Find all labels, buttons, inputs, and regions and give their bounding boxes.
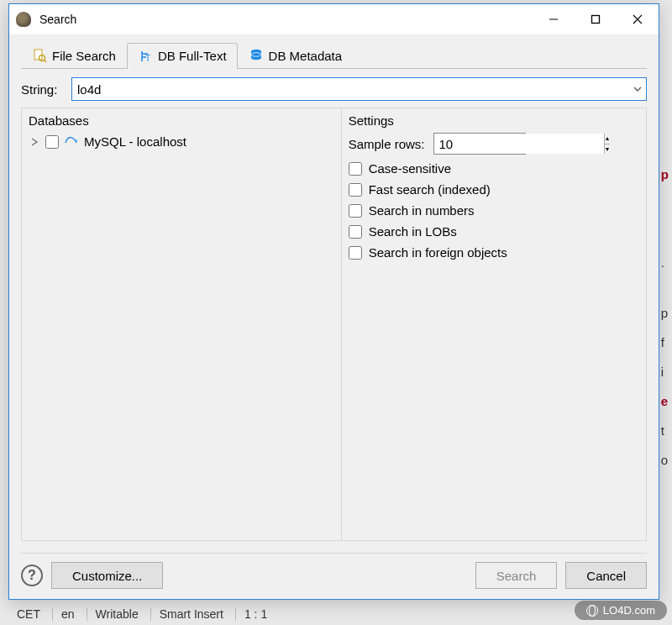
databases-title: Databases	[29, 113, 334, 128]
globe-icon	[586, 605, 598, 617]
sample-rows-spinner[interactable]: ▲ ▼	[433, 133, 526, 155]
mysql-icon	[64, 134, 79, 149]
fast-search-checkbox[interactable]	[349, 183, 362, 197]
close-icon	[633, 14, 643, 24]
tree-item-mysql[interactable]: MySQL - localhost	[29, 133, 334, 150]
help-icon: ?	[28, 568, 36, 583]
search-numbers-row[interactable]: Search in numbers	[349, 203, 639, 218]
minimize-icon	[549, 14, 559, 24]
expand-toggle[interactable]	[30, 134, 42, 149]
checkbox-label: Case-sensitive	[369, 161, 451, 176]
minimize-button[interactable]	[533, 4, 575, 34]
checkbox-label: Search in numbers	[369, 203, 475, 218]
divider	[21, 553, 647, 554]
databases-group: Databases MySQL - localhost	[21, 108, 342, 541]
settings-title: Settings	[349, 113, 639, 128]
string-combobox[interactable]	[71, 77, 647, 101]
watermark-text: LO4D.com	[603, 604, 655, 617]
tab-db-fulltext[interactable]: T DB Full-Text	[127, 43, 238, 69]
chevron-right-icon	[30, 138, 39, 146]
help-button[interactable]: ?	[21, 565, 43, 586]
tab-label: DB Metadata	[269, 49, 343, 63]
maximize-icon	[591, 14, 601, 24]
tab-file-search[interactable]: File Search	[21, 43, 127, 68]
tabs: File Search T DB Full-Text DB Metadata	[21, 43, 647, 69]
case-sensitive-row[interactable]: Case-sensitive	[349, 161, 639, 176]
maximize-button[interactable]	[575, 4, 617, 34]
fast-search-row[interactable]: Fast search (indexed)	[349, 182, 639, 197]
checkbox-label: Fast search (indexed)	[369, 182, 491, 197]
window-title: Search	[39, 13, 76, 26]
file-search-icon	[32, 48, 47, 63]
tab-db-metadata[interactable]: DB Metadata	[238, 43, 354, 68]
sample-rows-label: Sample rows:	[349, 137, 425, 151]
tab-label: File Search	[52, 49, 116, 63]
customize-button[interactable]: Customize...	[51, 562, 163, 589]
sample-rows-down[interactable]: ▼	[605, 144, 611, 155]
checkbox-label: Search in LOBs	[369, 224, 457, 239]
checkbox-label: Search in foreign objects	[369, 245, 507, 260]
chevron-down-icon	[633, 87, 642, 92]
sample-rows-input[interactable]	[434, 134, 604, 154]
watermark: LO4D.com	[575, 601, 667, 620]
search-lobs-row[interactable]: Search in LOBs	[349, 224, 639, 239]
app-icon	[16, 12, 31, 27]
string-dropdown-button[interactable]	[629, 78, 646, 100]
db-checkbox[interactable]	[45, 135, 59, 149]
db-fulltext-icon: T	[138, 49, 153, 64]
search-dialog: Search File Search T	[8, 3, 659, 600]
cancel-button[interactable]: Cancel	[565, 562, 647, 589]
svg-line-6	[45, 60, 47, 63]
string-input[interactable]	[72, 78, 629, 100]
close-button[interactable]	[617, 4, 659, 34]
search-numbers-checkbox[interactable]	[349, 204, 362, 218]
db-label: MySQL - localhost	[84, 134, 186, 149]
databases-tree[interactable]: MySQL - localhost	[29, 133, 334, 533]
titlebar: Search	[9, 4, 659, 34]
svg-rect-1	[592, 16, 600, 24]
search-foreign-checkbox[interactable]	[349, 246, 362, 260]
sample-rows-up[interactable]: ▲	[605, 134, 611, 144]
background-status-bar: CET en Writable Smart Insert 1 : 1	[17, 607, 267, 621]
svg-text:T: T	[145, 54, 150, 63]
search-foreign-row[interactable]: Search in foreign objects	[349, 245, 639, 260]
db-metadata-icon	[249, 48, 264, 63]
search-button[interactable]: Search	[475, 562, 558, 589]
case-sensitive-checkbox[interactable]	[349, 162, 362, 176]
settings-group: Settings Sample rows: ▲ ▼	[342, 108, 647, 541]
search-lobs-checkbox[interactable]	[349, 225, 362, 239]
tab-label: DB Full-Text	[158, 49, 227, 63]
string-label: String:	[21, 82, 65, 97]
